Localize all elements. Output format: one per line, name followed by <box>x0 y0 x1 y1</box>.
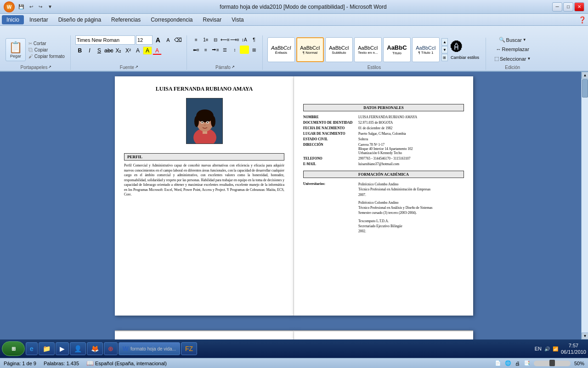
styles-scroll-up[interactable]: ▲ <box>441 38 448 46</box>
maximize-button[interactable]: □ <box>563 2 573 12</box>
close-button[interactable]: ✕ <box>574 2 584 12</box>
decrease-indent[interactable]: ⟵≡ <box>220 35 230 44</box>
taskbar-person[interactable]: 👤 <box>70 342 86 355</box>
sound-icon[interactable]: 🔊 <box>544 346 550 351</box>
copy-button[interactable]: ⿻ Copiar <box>27 47 67 53</box>
sort-button[interactable]: ↕A <box>240 35 249 44</box>
grow-font-button[interactable]: A <box>153 36 163 44</box>
taskbar-ftp[interactable]: FZ <box>181 342 197 355</box>
view-print-icon[interactable]: 🖨 <box>515 361 520 366</box>
page-left[interactable]: LUISA FERNANDA RUBIANO AMAYA <box>115 76 294 316</box>
estilos-label: Estilos <box>368 65 381 70</box>
view-normal-icon[interactable]: 📄 <box>495 360 501 366</box>
strikethrough-button[interactable]: abc <box>104 46 113 55</box>
start-button[interactable]: ⊞ <box>2 341 25 356</box>
shading-button[interactable] <box>240 46 249 54</box>
bold-button[interactable]: B <box>75 46 85 55</box>
direccion-label: DIRECCIÓN <box>303 143 358 155</box>
taskbar-chrome[interactable]: ⊕ <box>104 342 118 355</box>
quick-save[interactable]: 💾 <box>17 3 26 10</box>
taskbar-media[interactable]: ▶ <box>56 342 69 355</box>
minimize-button[interactable]: ─ <box>552 2 562 12</box>
view-outline-icon[interactable]: 📑 <box>524 360 530 366</box>
font-color-button[interactable]: A <box>153 46 162 55</box>
multilevel-button[interactable]: ⊟ <box>211 35 220 44</box>
office-button[interactable]: W <box>4 1 15 12</box>
numbering-button[interactable]: 1≡ <box>201 35 210 44</box>
formacion-title: FORMACIÓN ACADÉMICA <box>306 172 461 177</box>
scroll-track[interactable] <box>582 79 588 333</box>
menu-vista[interactable]: Vista <box>227 15 248 24</box>
fuente-expand[interactable]: ↗ <box>135 65 138 69</box>
quick-customize[interactable]: ▼ <box>46 3 54 10</box>
list-buttons-row: ≡ 1≡ ⊟ ⟵≡ ⟶≡ ↕A ¶ <box>192 35 259 44</box>
universitarios-label: Universitarios: <box>303 182 358 234</box>
page-wrapper: LUISA FERNANDA RUBIANO AMAYA <box>115 76 473 316</box>
font-name-input[interactable] <box>75 35 135 45</box>
justify-button[interactable]: ☰ <box>220 46 230 54</box>
line-spacing-button[interactable]: ↕ <box>230 46 239 54</box>
vertical-scrollbar[interactable]: ▲ ▼ <box>581 72 588 339</box>
help-icon[interactable]: ❓ <box>578 16 586 23</box>
menu-referencias[interactable]: Referencias <box>107 15 145 24</box>
style-enfasis[interactable]: AaBbCcI Énfasis <box>267 37 295 62</box>
scroll-down-button[interactable]: ▼ <box>582 333 588 339</box>
page-right[interactable]: DATOS PERSONALES NOMBRE LUISA FERNANDA R… <box>294 76 473 316</box>
reemplazar-button[interactable]: ↔ Reemplazar <box>492 45 533 53</box>
seleccionar-button[interactable]: ⬚ Seleccionar ▼ <box>491 54 534 63</box>
style-subtitulo[interactable]: AaBbCcI Subtitulo <box>325 37 353 62</box>
superscript-button[interactable]: X² <box>124 46 133 55</box>
fuente-group: A A ⌫ B I S abc X₂ X² A A A Fuente <box>72 35 187 70</box>
border-button[interactable]: ⊞ <box>249 46 259 54</box>
style-normal[interactable]: AaBbCcI ¶ Normal <box>296 37 324 62</box>
subscript-button[interactable]: X₂ <box>114 46 123 55</box>
font-size-input[interactable] <box>136 35 153 45</box>
scroll-up-button[interactable]: ▲ <box>582 72 588 79</box>
shrink-font-button[interactable]: A <box>164 36 173 44</box>
align-right-button[interactable]: ⮕≡ <box>211 46 220 54</box>
highlight-button[interactable]: A <box>143 46 152 55</box>
taskbar-word[interactable]: W formato hoja de vida... <box>119 342 180 355</box>
align-center-button[interactable]: ≡ <box>201 46 210 54</box>
network-icon[interactable]: 📶 <box>553 346 558 351</box>
style-titulo1[interactable]: AaBbCcI ¶ Título 1 <box>412 37 440 62</box>
bullets-button[interactable]: ≡ <box>192 35 201 44</box>
format-copy-button[interactable]: 🖌 Copiar formato <box>27 53 67 59</box>
taskbar-ie[interactable]: e <box>26 342 38 355</box>
menu-correspondencia[interactable]: Correspondencia <box>146 15 197 24</box>
menu-insertar[interactable]: Insertar <box>25 15 53 24</box>
italic-button[interactable]: I <box>85 46 94 55</box>
menu-inicio[interactable]: Inicio <box>2 15 24 24</box>
menu-revisar[interactable]: Revisar <box>198 15 226 24</box>
text-effects-button[interactable]: A <box>133 46 142 55</box>
zoom-slider[interactable] <box>534 361 571 366</box>
quick-redo[interactable]: ↪ <box>37 3 44 10</box>
view-web-icon[interactable]: 🌐 <box>505 360 511 366</box>
taskbar-firefox[interactable]: 🦊 <box>87 342 103 355</box>
change-styles-icon[interactable]: 🅐 <box>451 40 479 54</box>
buscar-button[interactable]: 🔍 Buscar ▼ <box>495 35 530 44</box>
profile-text: Perfil Comercial y Administrativo capaz … <box>124 163 284 197</box>
show-marks-button[interactable]: ¶ <box>249 35 259 44</box>
underline-button[interactable]: S <box>95 46 104 55</box>
cambiar-estilos-label[interactable]: Cambiar estilos <box>451 55 479 60</box>
datos-personales-section: DATOS PERSONALES NOMBRE LUISA FERNANDA R… <box>303 104 464 166</box>
styles-scroll-down[interactable]: ▼ <box>441 46 448 53</box>
taskbar-explorer[interactable]: 📁 <box>39 342 55 355</box>
cut-button[interactable]: ✂ Cortar <box>27 40 67 46</box>
styles-more[interactable]: ⊞ <box>441 54 448 61</box>
menu-diseno[interactable]: Diseño de página <box>54 15 106 24</box>
parrafo-expand[interactable]: ↗ <box>232 65 235 69</box>
zoom-thumb[interactable] <box>549 360 555 366</box>
align-left-button[interactable]: ⬅≡ <box>192 46 201 54</box>
fi-9: Texcomputo L.T.D.A. <box>358 218 432 224</box>
paste-button[interactable]: 📋 Pegar <box>6 38 26 61</box>
quick-undo[interactable]: ↩ <box>28 3 35 10</box>
style-titulo[interactable]: AaBbC Título <box>383 37 411 62</box>
portapapeles-expand[interactable]: ↗ <box>48 65 51 69</box>
style-texto-n[interactable]: AaBbCcI Texto en n... <box>354 37 382 62</box>
clear-format-button[interactable]: ⌫ <box>174 36 183 44</box>
time: 7:57 <box>561 342 586 349</box>
scroll-thumb[interactable] <box>582 79 588 98</box>
increase-indent[interactable]: ⟶≡ <box>230 35 239 44</box>
